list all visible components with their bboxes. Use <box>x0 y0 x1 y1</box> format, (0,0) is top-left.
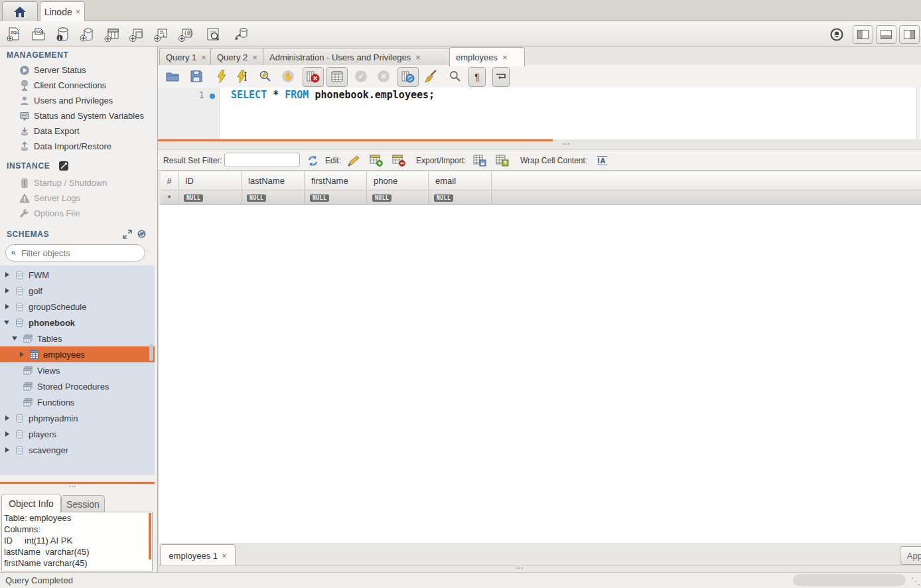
cell-firstname[interactable]: NULL <box>305 191 367 204</box>
chevron-right-icon[interactable] <box>5 304 9 309</box>
editor-scrollbar[interactable] <box>916 88 920 139</box>
edit-record-icon[interactable] <box>346 153 361 168</box>
limit-rows-button[interactable] <box>326 67 348 87</box>
schema-node-tables[interactable]: Tables <box>0 331 155 346</box>
row-marker-cell[interactable]: * <box>161 191 178 204</box>
tab-object-info[interactable]: Object Info <box>1 494 61 512</box>
save-script-icon[interactable] <box>188 68 204 84</box>
toggle-autocommit-button[interactable] <box>397 67 419 87</box>
create-procedure-icon[interactable] <box>153 26 170 43</box>
open-script-icon[interactable] <box>165 68 180 84</box>
beautify-sql-icon[interactable] <box>423 68 439 84</box>
chevron-right-icon[interactable] <box>5 415 9 421</box>
commit-icon[interactable]: ✓ <box>353 68 369 84</box>
cell-email[interactable]: NULL <box>429 191 492 204</box>
schema-node-functions[interactable]: Functions <box>0 394 155 410</box>
chevron-right-icon[interactable] <box>5 431 9 437</box>
new-sql-tab-icon[interactable]: SQL <box>5 26 23 43</box>
schema-node-fwm[interactable]: FWM <box>0 267 155 283</box>
open-sql-script-icon[interactable]: SQL <box>30 26 47 43</box>
editor-results-splitter[interactable] <box>158 139 553 141</box>
splitter-grip[interactable] <box>563 143 569 145</box>
schema-node-golf[interactable]: golf <box>0 283 155 299</box>
schema-node-stored-procedures[interactable]: Stored Procedures <box>0 378 155 394</box>
schema-node-players[interactable]: players <box>0 426 155 442</box>
sidebar-item-users-privileges[interactable]: Users and Privileges <box>0 93 157 108</box>
result-set-filter-input[interactable] <box>224 153 300 167</box>
column-header-email[interactable]: email <box>429 171 492 190</box>
reconnect-dbms-icon[interactable] <box>232 26 249 43</box>
schema-node-phpmyadmin[interactable]: phpmyadmin <box>0 410 155 426</box>
schema-node-groupschedule[interactable]: groupSchedule <box>0 299 155 315</box>
schema-node-scavenger[interactable]: scavenger <box>0 442 155 458</box>
toggle-word-wrap-button[interactable] <box>492 67 510 87</box>
tab-result-employees-1[interactable]: employees 1 × <box>160 544 236 567</box>
create-view-icon[interactable] <box>128 26 145 43</box>
toggle-right-panel-button[interactable] <box>899 25 920 44</box>
close-icon[interactable]: × <box>502 52 508 62</box>
toggle-left-panel-button[interactable] <box>853 25 873 44</box>
sidebar-item-data-export[interactable]: Data Export <box>0 123 157 139</box>
close-icon[interactable]: × <box>222 551 227 561</box>
toggle-stop-on-error-button[interactable] <box>303 67 324 87</box>
cell-lastname[interactable]: NULL <box>242 191 305 204</box>
sidebar-item-data-import-restore[interactable]: Data Import/Restore <box>0 139 157 154</box>
chevron-down-icon[interactable] <box>12 336 17 340</box>
splitter-grip[interactable] <box>69 486 76 487</box>
create-schema-icon[interactable] <box>79 26 96 43</box>
splitter-grip[interactable] <box>516 567 523 569</box>
insert-row-icon[interactable] <box>369 153 384 168</box>
tab-employees[interactable]: employees × <box>449 47 525 66</box>
close-icon[interactable]: × <box>252 52 257 62</box>
create-function-icon[interactable]: {0} <box>177 26 194 43</box>
notifications-icon[interactable] <box>828 26 845 43</box>
schema-filter-input[interactable] <box>20 248 139 259</box>
tab-session[interactable]: Session <box>61 495 105 512</box>
apply-button[interactable]: Apply <box>900 546 921 565</box>
refresh-schemas-icon[interactable] <box>137 229 147 239</box>
toggle-bottom-panel-button[interactable] <box>876 25 896 44</box>
close-icon[interactable]: × <box>415 52 421 62</box>
cell-phone[interactable]: NULL <box>367 191 429 204</box>
chevron-right-icon[interactable] <box>20 352 24 357</box>
new-row-placeholder[interactable]: * NULL NULL NULL NULL NULL <box>161 191 921 205</box>
horizontal-scrollbar-thumb[interactable] <box>793 574 906 586</box>
sidebar-item-options-file[interactable]: Options File <box>0 206 157 221</box>
column-header-rownum[interactable]: # <box>161 171 178 190</box>
toggle-invisible-characters-button[interactable]: ¶ <box>468 67 486 87</box>
column-header-lastname[interactable]: lastName <box>242 171 305 190</box>
sidebar-item-server-logs[interactable]: Server Logs <box>0 190 157 206</box>
sql-editor[interactable]: 1 SELECT * FROM phonebook.employees; <box>158 88 921 139</box>
delete-row-icon[interactable] <box>391 153 406 168</box>
schema-tree-scrollbar[interactable] <box>149 344 153 361</box>
sidebar-splitter[interactable] <box>0 482 155 484</box>
bottom-splitter[interactable] <box>158 565 921 572</box>
chevron-right-icon[interactable] <box>5 447 9 453</box>
refresh-results-icon[interactable] <box>305 153 320 168</box>
create-table-icon[interactable] <box>104 26 121 43</box>
column-header-phone[interactable]: phone <box>367 171 429 190</box>
schema-node-employees[interactable]: employees <box>0 346 155 362</box>
wrap-cell-content-icon[interactable]: IA <box>595 153 609 168</box>
sidebar-item-startup-shutdown[interactable]: Startup / Shutdown <box>0 175 157 190</box>
schema-node-phonebook[interactable]: phonebook <box>0 315 155 331</box>
execute-statement-icon[interactable] <box>214 68 230 84</box>
rollback-icon[interactable]: ✕ <box>376 68 391 84</box>
object-info-scrollbar[interactable] <box>149 513 151 559</box>
close-icon[interactable]: × <box>76 7 81 17</box>
result-grid-body[interactable] <box>158 205 921 543</box>
import-records-icon[interactable] <box>495 153 510 168</box>
connection-tab[interactable]: Linode × <box>40 1 85 21</box>
search-data-icon[interactable] <box>204 26 222 43</box>
explain-statement-icon[interactable] <box>257 68 273 84</box>
column-header-id[interactable]: ID <box>178 171 242 190</box>
sidebar-item-client-connections[interactable]: Client Connections <box>0 78 157 93</box>
expand-schemas-icon[interactable] <box>123 230 132 239</box>
execute-current-statement-icon[interactable] <box>235 68 251 84</box>
export-recordset-icon[interactable] <box>472 153 487 168</box>
cell-id[interactable]: NULL <box>178 191 242 204</box>
tab-administration-users[interactable]: Administration - Users and Privileges × <box>263 48 460 66</box>
sidebar-item-server-status[interactable]: Server Status <box>0 62 157 78</box>
chevron-right-icon[interactable] <box>5 272 9 277</box>
find-icon[interactable] <box>447 68 463 84</box>
